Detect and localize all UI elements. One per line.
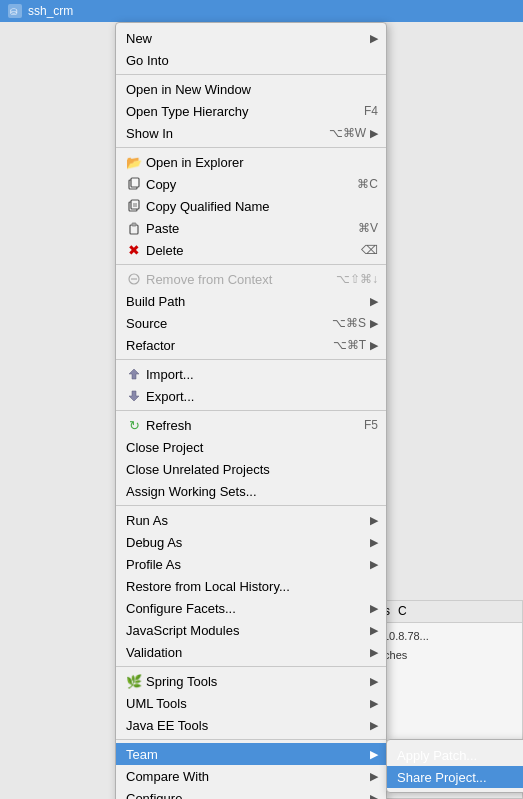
- separator-3: [116, 264, 386, 265]
- svg-text:⛁: ⛁: [10, 7, 18, 17]
- spring-icon: 🌿: [126, 673, 142, 689]
- refresh-icon: ↻: [126, 417, 142, 433]
- import-icon: [126, 366, 142, 382]
- debug-as-arrow-icon: ▶: [370, 536, 378, 549]
- separator-5: [116, 410, 386, 411]
- copy-icon: [126, 176, 142, 192]
- menu-item-close-unrelated[interactable]: Close Unrelated Projects: [116, 458, 386, 480]
- menu-item-build-path[interactable]: Build Path ▶: [116, 290, 386, 312]
- show-in-shortcut: ⌥⌘W: [329, 126, 366, 140]
- menu-item-restore-history[interactable]: Restore from Local History...: [116, 575, 386, 597]
- menu-item-javascript-modules[interactable]: JavaScript Modules ▶: [116, 619, 386, 641]
- menu-item-new[interactable]: New ▶: [116, 27, 386, 49]
- menu-item-open-type-hierarchy[interactable]: Open Type Hierarchy F4: [116, 100, 386, 122]
- open-type-hierarchy-shortcut: F4: [364, 104, 378, 118]
- configure-arrow-icon: ▶: [370, 792, 378, 800]
- menu-item-open-new-window[interactable]: Open in New Window: [116, 78, 386, 100]
- refactor-arrow-icon: ▶: [370, 339, 378, 352]
- team-arrow-icon: ▶: [370, 748, 378, 761]
- source-arrow-icon: ▶: [370, 317, 378, 330]
- menu-item-paste[interactable]: Paste ⌘V: [116, 217, 386, 239]
- new-arrow-icon: ▶: [370, 32, 378, 45]
- separator-4: [116, 359, 386, 360]
- validation-arrow-icon: ▶: [370, 646, 378, 659]
- app-icon: ⛁: [8, 4, 22, 18]
- delete-shortcut: ⌫: [361, 243, 378, 257]
- run-as-arrow-icon: ▶: [370, 514, 378, 527]
- menu-item-spring-tools[interactable]: 🌿 Spring Tools ▶: [116, 670, 386, 692]
- copy-shortcut: ⌘C: [357, 177, 378, 191]
- menu-item-source[interactable]: Source ⌥⌘S ▶: [116, 312, 386, 334]
- compare-with-arrow-icon: ▶: [370, 770, 378, 783]
- profile-as-arrow-icon: ▶: [370, 558, 378, 571]
- svg-marker-14: [129, 369, 139, 379]
- build-path-arrow-icon: ▶: [370, 295, 378, 308]
- separator-6: [116, 505, 386, 506]
- separator-2: [116, 147, 386, 148]
- menu-item-configure[interactable]: Configure ▶: [116, 787, 386, 799]
- svg-marker-15: [129, 391, 139, 401]
- refresh-shortcut: F5: [364, 418, 378, 432]
- menu-item-validation[interactable]: Validation ▶: [116, 641, 386, 663]
- delete-icon: ✖: [126, 242, 142, 258]
- menu-item-delete[interactable]: ✖ Delete ⌫: [116, 239, 386, 261]
- menu-item-show-in[interactable]: Show In ⌥⌘W ▶: [116, 122, 386, 144]
- svg-rect-5: [131, 178, 139, 187]
- paste-icon: [126, 220, 142, 236]
- svg-rect-7: [131, 200, 139, 209]
- title-bar-text: ssh_crm: [28, 4, 73, 18]
- show-in-arrow-icon: ▶: [370, 127, 378, 140]
- menu-item-profile-as[interactable]: Profile As ▶: [116, 553, 386, 575]
- menu-item-java-ee-tools[interactable]: Java EE Tools ▶: [116, 714, 386, 736]
- menu-item-refactor[interactable]: Refactor ⌥⌘T ▶: [116, 334, 386, 356]
- menu-item-export[interactable]: Export...: [116, 385, 386, 407]
- java-ee-tools-arrow-icon: ▶: [370, 719, 378, 732]
- uml-tools-arrow-icon: ▶: [370, 697, 378, 710]
- submenu-apply-patch[interactable]: Apply Patch...: [387, 744, 523, 766]
- menu-item-go-into[interactable]: Go Into: [116, 49, 386, 71]
- copy-qualified-icon: [126, 198, 142, 214]
- separator-7: [116, 666, 386, 667]
- menu-item-debug-as[interactable]: Debug As ▶: [116, 531, 386, 553]
- console-tab[interactable]: C: [398, 604, 407, 619]
- menu-item-configure-facets[interactable]: Configure Facets... ▶: [116, 597, 386, 619]
- team-submenu: Apply Patch... Share Project...: [386, 739, 523, 793]
- remove-context-icon: [126, 271, 142, 287]
- configure-facets-arrow-icon: ▶: [370, 602, 378, 615]
- spring-tools-arrow-icon: ▶: [370, 675, 378, 688]
- refactor-shortcut: ⌥⌘T: [333, 338, 366, 352]
- menu-item-copy[interactable]: Copy ⌘C: [116, 173, 386, 195]
- menu-item-refresh[interactable]: ↻ Refresh F5: [116, 414, 386, 436]
- menu-item-uml-tools[interactable]: UML Tools ▶: [116, 692, 386, 714]
- menu-item-team[interactable]: Team ▶ Apply Patch... Share Project...: [116, 743, 386, 765]
- menu-item-run-as[interactable]: Run As ▶: [116, 509, 386, 531]
- separator-1: [116, 74, 386, 75]
- submenu-share-project[interactable]: Share Project...: [387, 766, 523, 788]
- explorer-icon: 📂: [126, 154, 142, 170]
- source-shortcut: ⌥⌘S: [332, 316, 366, 330]
- remove-context-shortcut: ⌥⇧⌘↓: [336, 272, 378, 286]
- separator-8: [116, 739, 386, 740]
- menu-item-copy-qualified[interactable]: Copy Qualified Name: [116, 195, 386, 217]
- javascript-modules-arrow-icon: ▶: [370, 624, 378, 637]
- svg-rect-11: [132, 223, 136, 226]
- paste-shortcut: ⌘V: [358, 221, 378, 235]
- context-menu: New ▶ Go Into Open in New Window Open Ty…: [115, 22, 387, 799]
- menu-item-assign-working-sets[interactable]: Assign Working Sets...: [116, 480, 386, 502]
- menu-item-open-explorer[interactable]: 📂 Open in Explorer: [116, 151, 386, 173]
- menu-item-compare-with[interactable]: Compare With ▶: [116, 765, 386, 787]
- menu-item-import[interactable]: Import...: [116, 363, 386, 385]
- title-bar: ⛁ ssh_crm: [0, 0, 523, 22]
- menu-item-remove-context: Remove from Context ⌥⇧⌘↓: [116, 268, 386, 290]
- export-icon: [126, 388, 142, 404]
- menu-item-close-project[interactable]: Close Project: [116, 436, 386, 458]
